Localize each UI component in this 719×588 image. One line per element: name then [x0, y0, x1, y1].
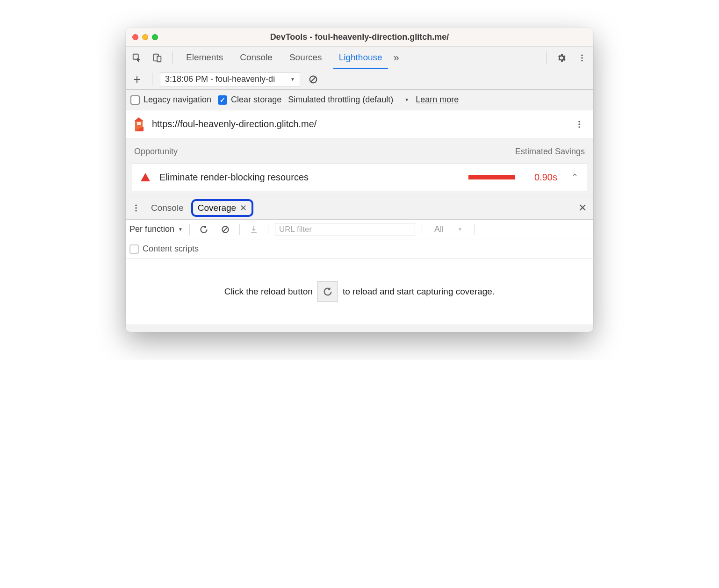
window-titlebar: DevTools - foul-heavenly-direction.glitc…	[126, 28, 593, 47]
separator	[268, 224, 268, 235]
clear-coverage-icon[interactable]	[218, 222, 233, 237]
lighthouse-logo-icon	[132, 116, 145, 132]
zoom-window-button[interactable]	[152, 34, 158, 40]
footer-strip	[126, 324, 593, 332]
svg-marker-20	[252, 229, 256, 231]
close-window-button[interactable]	[132, 34, 138, 40]
minimize-window-button[interactable]	[142, 34, 148, 40]
opportunity-row[interactable]: Eliminate render-blocking resources 0.90…	[132, 163, 587, 191]
dropdown-caret-icon: ▼	[404, 97, 409, 102]
inspect-element-icon[interactable]	[129, 50, 144, 65]
throttling-select[interactable]: Simulated throttling (default)	[288, 95, 393, 105]
svg-point-4	[581, 57, 582, 58]
svg-point-15	[135, 204, 137, 206]
opportunity-time: 0.90s	[525, 172, 557, 183]
checkbox-unchecked-icon	[130, 95, 140, 105]
more-tabs-icon[interactable]: »	[394, 52, 399, 64]
checkbox-unchecked-icon	[129, 244, 139, 254]
svg-point-17	[135, 210, 137, 211]
coverage-toolbar: Per function ▼ URL filter All ▼	[126, 220, 593, 239]
svg-rect-2	[157, 56, 161, 62]
coverage-type-select[interactable]: All ▼	[429, 224, 468, 234]
separator	[422, 224, 422, 235]
url-filter-placeholder: URL filter	[279, 225, 312, 234]
opportunity-title: Eliminate render-blocking resources	[159, 172, 459, 183]
content-scripts-checkbox[interactable]: Content scripts	[129, 244, 199, 254]
separator	[239, 224, 240, 235]
drawer-tab-console[interactable]: Console	[146, 201, 188, 215]
separator	[173, 51, 173, 65]
legacy-navigation-label: Legacy navigation	[144, 95, 211, 105]
new-report-button[interactable]: +	[129, 72, 144, 87]
dropdown-caret-icon: ▼	[290, 77, 295, 82]
export-icon[interactable]	[246, 222, 261, 237]
separator	[475, 224, 475, 235]
opportunity-header: Opportunity Estimated Savings	[132, 147, 587, 157]
dropdown-caret-icon: ▼	[178, 227, 183, 232]
content-scripts-label: Content scripts	[143, 244, 199, 254]
clear-storage-checkbox[interactable]: ✓ Clear storage	[218, 95, 281, 105]
lighthouse-url-row: https://foul-heavenly-direction.glitch.m…	[126, 110, 593, 138]
coverage-granularity-label: Per function	[129, 224, 174, 234]
devtools-window: DevTools - foul-heavenly-direction.glitc…	[126, 28, 593, 332]
svg-rect-10	[137, 122, 141, 125]
report-select[interactable]: 3:18:06 PM - foul-heavenly-di ▼	[160, 72, 300, 86]
report-url: https://foul-heavenly-direction.glitch.m…	[152, 119, 316, 129]
drawer-tabstrip: Console Coverage ✕ ✕	[126, 196, 593, 220]
separator	[189, 224, 190, 235]
separator	[546, 51, 546, 65]
url-filter-input[interactable]: URL filter	[275, 223, 415, 236]
coverage-empty-state: Click the reload button to reload and st…	[126, 259, 593, 324]
clear-icon[interactable]	[306, 72, 321, 87]
opportunity-header-label: Opportunity	[134, 147, 178, 157]
close-drawer-icon[interactable]: ✕	[578, 202, 590, 214]
coverage-hint-prefix: Click the reload button	[224, 287, 313, 297]
window-title: DevTools - foul-heavenly-direction.glitc…	[126, 32, 593, 42]
svg-point-5	[581, 60, 582, 61]
estimated-savings-header-label: Estimated Savings	[515, 147, 585, 157]
learn-more-link[interactable]: Learn more	[416, 95, 459, 105]
svg-point-13	[578, 123, 580, 125]
legacy-navigation-checkbox[interactable]: Legacy navigation	[130, 95, 211, 105]
close-tab-icon[interactable]: ✕	[240, 203, 247, 213]
warning-triangle-icon	[141, 173, 150, 181]
svg-marker-9	[134, 117, 144, 121]
tab-lighthouse[interactable]: Lighthouse	[333, 47, 388, 69]
reload-icon[interactable]	[196, 222, 211, 237]
chevron-up-icon: ⌃	[571, 172, 578, 182]
throttling-label: Simulated throttling (default)	[288, 95, 393, 105]
drawer-kebab-icon[interactable]	[129, 201, 144, 215]
lighthouse-toolbar: + 3:18:06 PM - foul-heavenly-di ▼	[126, 69, 593, 90]
report-kebab-icon[interactable]	[572, 117, 587, 132]
tab-sources[interactable]: Sources	[284, 47, 328, 69]
tab-console[interactable]: Console	[234, 47, 278, 69]
coverage-hint-suffix: to reload and start capturing coverage.	[343, 287, 495, 297]
lighthouse-report-body: Opportunity Estimated Savings Eliminate …	[126, 138, 593, 196]
main-kebab-icon[interactable]	[575, 50, 590, 65]
svg-line-7	[311, 77, 316, 82]
lighthouse-options: Legacy navigation ✓ Clear storage Simula…	[126, 90, 593, 110]
main-tabstrip: Elements Console Sources Lighthouse »	[126, 47, 593, 69]
clear-storage-label: Clear storage	[231, 95, 281, 105]
svg-point-14	[578, 126, 580, 128]
coverage-granularity-select[interactable]: Per function ▼	[129, 224, 183, 234]
coverage-options: Content scripts	[126, 239, 593, 259]
traffic-lights	[132, 34, 158, 40]
drawer-tab-coverage-label: Coverage	[198, 203, 236, 213]
dropdown-caret-icon: ▼	[458, 227, 462, 232]
coverage-type-label: All	[434, 224, 444, 234]
svg-line-19	[223, 227, 228, 232]
reload-button[interactable]	[317, 281, 338, 302]
report-select-label: 3:18:06 PM - foul-heavenly-di	[165, 74, 287, 84]
svg-point-16	[135, 207, 137, 208]
settings-gear-icon[interactable]	[554, 50, 569, 65]
savings-bar	[468, 175, 515, 179]
checkbox-checked-icon: ✓	[218, 95, 227, 105]
tab-elements[interactable]: Elements	[180, 47, 229, 69]
svg-point-12	[578, 121, 580, 122]
drawer-tab-coverage[interactable]: Coverage ✕	[191, 199, 253, 217]
svg-point-3	[581, 54, 582, 56]
device-toggle-icon[interactable]	[150, 50, 165, 65]
separator	[152, 73, 152, 86]
